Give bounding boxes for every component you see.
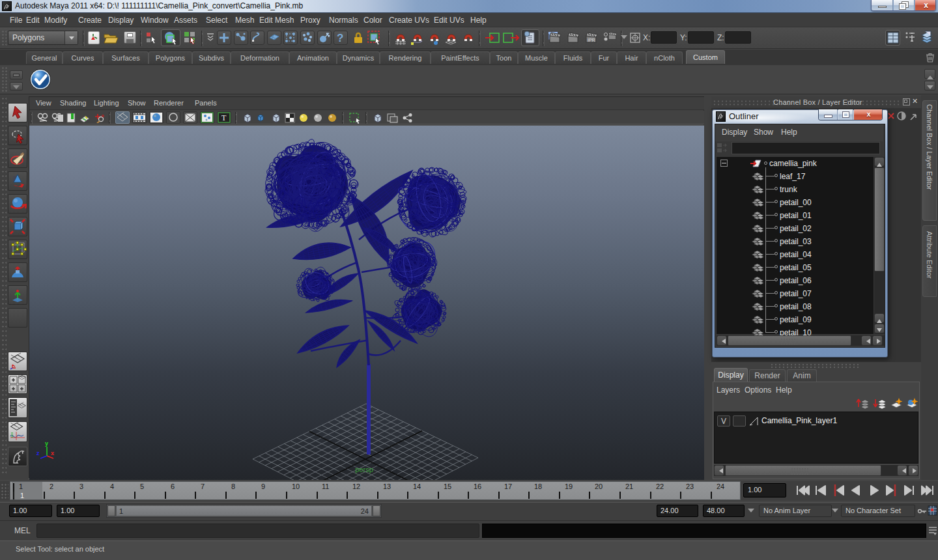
svg-text:x: x (51, 450, 54, 456)
svg-text:z: z (36, 450, 40, 456)
svg-text:persp: persp (355, 466, 373, 473)
svg-text:?: ? (337, 32, 343, 44)
svg-text:T: T (221, 113, 227, 122)
svg-text:IPR: IPR (588, 38, 595, 42)
svg-text:y: y (45, 440, 48, 447)
